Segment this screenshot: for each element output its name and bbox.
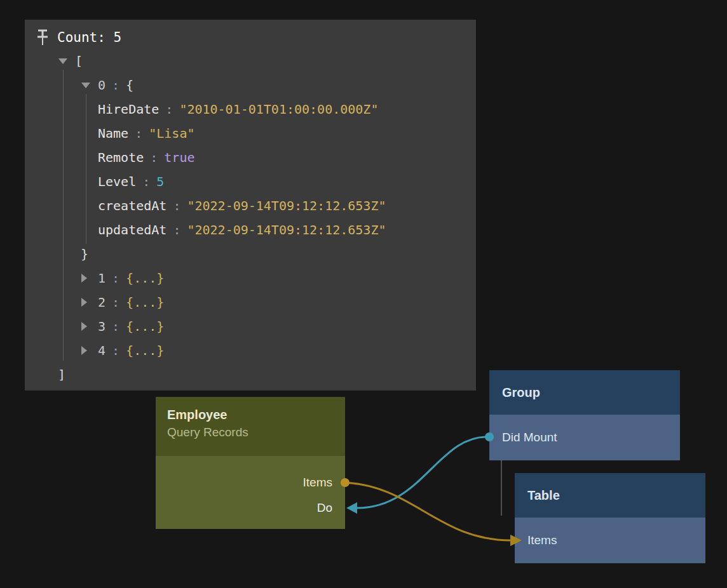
expand-icon[interactable] (81, 298, 87, 307)
brace-open: { (126, 77, 133, 93)
data-inspector-panel[interactable]: Count: 5 [ 0 : { HireDate : "2010-01-01T… (25, 20, 476, 391)
collapsed-value: {...} (126, 295, 164, 310)
separator: : (112, 319, 119, 334)
node-employee-ports: Items Do (156, 456, 345, 529)
separator: : (112, 77, 119, 93)
tree-row-item-0-close: } (25, 242, 476, 266)
wire-group-didmount-to-employee-do[interactable] (357, 437, 489, 508)
wire-employee-items-to-table-items[interactable] (345, 483, 511, 540)
tree-prop-row-hiredate[interactable]: HireDate : "2010-01-01T01:00:00.000Z" (25, 97, 476, 121)
expand-icon[interactable] (81, 274, 87, 283)
prop-key: Level (98, 174, 136, 189)
pin-icon[interactable] (36, 29, 50, 46)
node-employee[interactable]: Employee Query Records Items Do (156, 397, 345, 529)
item-index: 4 (98, 343, 105, 358)
expand-icon[interactable] (81, 322, 87, 331)
separator: : (142, 174, 150, 189)
inspector-header: Count: 5 (25, 27, 476, 48)
bracket-close: ] (58, 367, 65, 382)
tree-prop-row-name[interactable]: Name : "Lisa" (25, 121, 476, 145)
bracket-open: [ (75, 53, 83, 69)
prop-value: "2022-09-14T09:12:12.653Z" (187, 222, 386, 237)
node-title: Employee (167, 408, 334, 422)
tree-row-item-3[interactable]: 3 : {...} (25, 314, 476, 338)
separator: : (112, 343, 119, 358)
item-index: 3 (98, 319, 105, 334)
tree-guide-line-inner (86, 94, 86, 244)
tree-prop-row-updatedat[interactable]: updatedAt : "2022-09-14T09:12:12.653Z" (25, 218, 476, 242)
prop-value: true (164, 150, 194, 165)
node-title: Group (502, 385, 540, 400)
port-label: Do (317, 501, 332, 515)
prop-key: createdAt (98, 198, 166, 213)
tree-row-item-1[interactable]: 1 : {...} (25, 266, 476, 290)
inspector-title: Count: 5 (57, 30, 121, 45)
json-tree: [ 0 : { HireDate : "2010-01-01T01:00:00.… (25, 49, 476, 387)
tree-row-root-close: ] (25, 363, 476, 387)
collapsed-value: {...} (126, 343, 164, 358)
prop-key: updatedAt (98, 222, 166, 237)
prop-key: Remote (98, 150, 144, 165)
node-hierarchy-line (501, 460, 502, 516)
node-table-header: Table (515, 473, 705, 518)
node-subtitle: Query Records (167, 425, 334, 439)
port-label: Items (303, 476, 332, 490)
prop-value: "2022-09-14T09:12:12.653Z" (187, 198, 386, 213)
collapsed-value: {...} (126, 271, 164, 286)
arrowhead-do-icon (346, 502, 357, 514)
port-items[interactable]: Items (168, 470, 332, 495)
node-employee-header: Employee Query Records (156, 397, 345, 456)
item-index: 0 (98, 77, 105, 93)
prop-key: Name (98, 126, 128, 141)
collapse-icon[interactable] (81, 83, 90, 88)
tree-guide-line-outer (63, 70, 64, 361)
flow-canvas[interactable]: Count: 5 [ 0 : { HireDate : "2010-01-01T… (0, 0, 727, 588)
node-title: Table (527, 488, 560, 503)
collapse-icon[interactable] (58, 58, 67, 64)
prop-value: "2010-01-01T01:00:00.000Z" (179, 102, 378, 117)
port-did-mount[interactable]: Did Mount (489, 415, 680, 460)
prop-value: 5 (156, 174, 164, 189)
prop-value: "Lisa" (149, 126, 194, 141)
separator: : (173, 198, 180, 213)
separator: : (135, 126, 142, 141)
tree-row-item-2[interactable]: 2 : {...} (25, 290, 476, 314)
node-group[interactable]: Group Did Mount (489, 370, 680, 460)
separator: : (112, 295, 119, 310)
tree-row-item-4[interactable]: 4 : {...} (25, 338, 476, 363)
tree-row-item-0[interactable]: 0 : { (25, 73, 476, 97)
tree-prop-row-createdat[interactable]: createdAt : "2022-09-14T09:12:12.653Z" (25, 194, 476, 218)
prop-key: HireDate (98, 102, 159, 117)
node-table[interactable]: Table Items (515, 473, 705, 563)
port-label: Did Mount (502, 431, 557, 444)
expand-icon[interactable] (81, 346, 87, 355)
separator: : (150, 150, 158, 165)
separator: : (165, 102, 173, 117)
port-table-items[interactable]: Items (515, 518, 705, 563)
separator: : (173, 222, 180, 237)
tree-prop-row-remote[interactable]: Remote : true (25, 145, 476, 170)
node-group-header: Group (489, 370, 680, 415)
separator: : (112, 271, 119, 286)
port-label: Items (527, 533, 557, 547)
item-index: 1 (98, 271, 105, 286)
collapsed-value: {...} (126, 319, 164, 334)
tree-row-root-open[interactable]: [ (25, 49, 476, 73)
brace-close: } (81, 246, 88, 262)
item-index: 2 (98, 295, 105, 310)
tree-prop-row-level[interactable]: Level : 5 (25, 170, 476, 194)
port-do[interactable]: Do (168, 495, 332, 521)
